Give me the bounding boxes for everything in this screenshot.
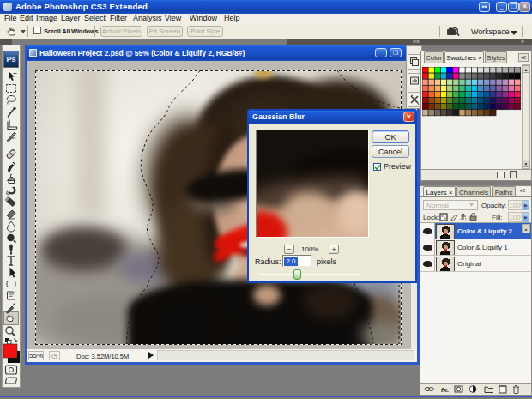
svg-text:fx.: fx. xyxy=(441,386,449,394)
